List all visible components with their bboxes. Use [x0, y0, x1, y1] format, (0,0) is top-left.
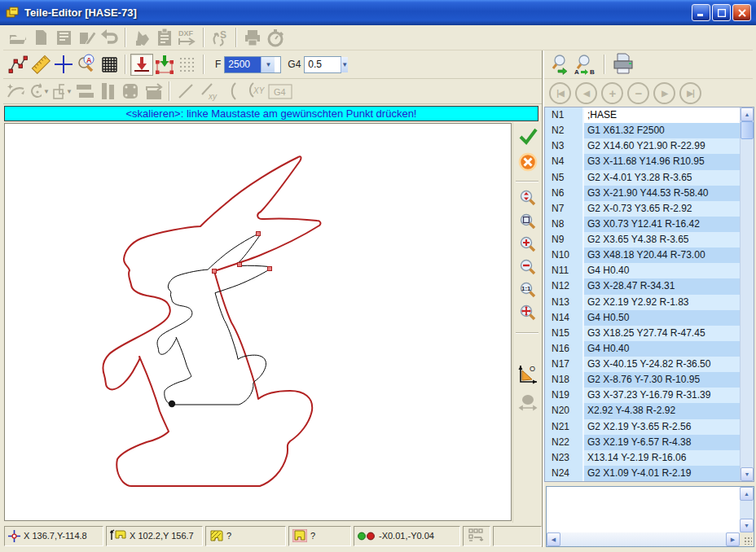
swap-axes-button[interactable]: S: [209, 27, 231, 49]
gcode-scrollbar[interactable]: ▲ ▼: [740, 107, 754, 481]
save-button[interactable]: [52, 27, 75, 49]
clipboard-button[interactable]: [153, 27, 176, 49]
gcode-line-text[interactable]: G1 X61.32 F2500: [584, 123, 740, 138]
gcode-line-text[interactable]: G3 X-28.47 R-34.31: [584, 278, 740, 294]
gcode-row[interactable]: N17 G3 X-40.15 Y-24.82 R-36.50: [545, 357, 740, 372]
gcode-row[interactable]: N10 G3 X48.18 Y20.44 R-73.00: [545, 248, 740, 263]
gcode-line-text[interactable]: X13.14 Y-2.19 R-16.06: [584, 450, 740, 466]
gcode-row[interactable]: N12 G3 X-28.47 R-34.31: [545, 278, 740, 294]
gcode-line-text[interactable]: G3 X-21.90 Y44.53 R-58.40: [584, 186, 740, 201]
outer-contour-scaled[interactable]: [103, 156, 320, 486]
gcode-line-text[interactable]: G2 X-8.76 Y-7.30 R-10.95: [584, 372, 740, 388]
line-xy-tool-button[interactable]: xy: [197, 81, 220, 103]
grid-button[interactable]: [98, 54, 121, 76]
drawing-canvas[interactable]: [4, 123, 512, 521]
gcode-row[interactable]: N24 G2 X1.09 Y-4.01 R-2.19: [545, 466, 740, 481]
undo-button[interactable]: [98, 27, 121, 49]
zoom-auto-button[interactable]: A: [75, 54, 98, 76]
rotate-button[interactable]: ▼: [28, 81, 51, 103]
comment-hscrollbar[interactable]: ◀ ▶: [547, 532, 740, 546]
gcode-row[interactable]: N9 G2 X3.65 Y4.38 R-3.65: [545, 232, 740, 248]
zoom-a-to-b-button[interactable]: AB: [572, 54, 600, 76]
gcode-line-text[interactable]: G2 X14.60 Y21.90 R-22.99: [584, 138, 740, 154]
gcode-row[interactable]: N6 G3 X-21.90 Y44.53 R-58.40: [545, 186, 740, 201]
touch-probe-button[interactable]: [130, 27, 153, 49]
save-as-button[interactable]: [75, 27, 98, 49]
round-corners-button[interactable]: [119, 81, 142, 103]
gcode-line-text[interactable]: G2 X-0.73 Y3.65 R-2.92: [584, 201, 740, 217]
gcode-line-text[interactable]: G3 X-40.15 Y-24.82 R-36.50: [584, 357, 740, 372]
gcode-row[interactable]: N22 G3 X2.19 Y-6.57 R-4.38: [545, 435, 740, 450]
zoom-pan-button[interactable]: [516, 302, 539, 324]
dwell-tool-button[interactable]: G4: [266, 81, 295, 103]
nav-remove-button[interactable]: −: [627, 82, 649, 104]
gcode-line-text[interactable]: G3 X0.73 Y12.41 R-16.42: [584, 217, 740, 232]
zoom-next-button[interactable]: [549, 54, 572, 76]
plot-button[interactable]: [241, 27, 264, 49]
gcode-row[interactable]: N20 X2.92 Y-4.38 R-2.92: [545, 403, 740, 418]
minimize-button[interactable]: [692, 4, 710, 21]
nav-next-button[interactable]: ▶: [653, 82, 675, 104]
gcode-line-text[interactable]: G4 H0.50: [584, 310, 740, 326]
zoom-out-button[interactable]: [516, 256, 539, 278]
new-file-button[interactable]: [29, 27, 52, 49]
gcode-row[interactable]: N16 G4 H0.40: [545, 341, 740, 357]
stopwatch-button[interactable]: [264, 27, 287, 49]
nav-add-button[interactable]: +: [601, 82, 623, 104]
scroll-up-icon[interactable]: ▲: [740, 487, 754, 501]
gcode-line-text[interactable]: G3 X-37.23 Y-16.79 R-31.39: [584, 388, 740, 403]
measure-width-button[interactable]: [516, 391, 539, 413]
scroll-thumb[interactable]: [741, 121, 754, 139]
gcode-line-text[interactable]: G2 X1.09 Y-4.01 R-2.19: [584, 466, 740, 481]
mirror-vertical-button[interactable]: [96, 81, 119, 103]
gcode-row[interactable]: N7 G2 X-0.73 Y3.65 R-2.92: [545, 201, 740, 217]
scroll-up-icon[interactable]: ▲: [741, 107, 754, 121]
scroll-track[interactable]: [741, 139, 754, 467]
gcode-line-text[interactable]: G2 X2.19 Y-3.65 R-2.56: [584, 419, 740, 435]
gcode-line-text[interactable]: G3 X2.19 Y-6.57 R-4.38: [584, 435, 740, 450]
maximize-button[interactable]: [712, 4, 731, 21]
dot-grid-button[interactable]: [176, 54, 199, 76]
dropdown-arrow-icon[interactable]: ▼: [341, 57, 348, 72]
selection-handle[interactable]: [238, 263, 242, 267]
place-contour-button[interactable]: [153, 54, 176, 76]
gcode-line-text[interactable]: ;HASE: [584, 107, 740, 123]
gcode-row[interactable]: N15 G3 X18.25 Y27.74 R-47.45: [545, 326, 740, 341]
arc-tool-button[interactable]: [220, 81, 243, 103]
scale-button[interactable]: ▼: [51, 81, 73, 103]
dxf-export-button[interactable]: DXF: [176, 27, 199, 49]
gcode-row[interactable]: N8 G3 X0.73 Y12.41 R-16.42: [545, 217, 740, 232]
comment-text-area[interactable]: [547, 487, 740, 532]
gcode-row[interactable]: N4 G3 X-11.68 Y14.96 R10.95: [545, 154, 740, 169]
arc-xy-tool-button[interactable]: XY: [243, 81, 266, 103]
gcode-line-text[interactable]: G4 H0.40: [584, 263, 740, 278]
feed-combobox[interactable]: 2500 ▼: [224, 56, 281, 73]
selection-handle[interactable]: [213, 269, 217, 274]
set-startpoint-button[interactable]: [130, 54, 153, 76]
close-button[interactable]: [732, 4, 751, 21]
angle-origin-button[interactable]: O: [516, 363, 539, 385]
crosshair-button[interactable]: [52, 54, 75, 76]
scale-reference-point[interactable]: [169, 401, 175, 407]
scroll-left-icon[interactable]: ◀: [547, 532, 560, 546]
gcode-row[interactable]: N18 G2 X-8.76 Y-7.30 R-10.95: [545, 372, 740, 388]
gcode-line-text[interactable]: G2 X-4.01 Y3.28 R-3.65: [584, 170, 740, 186]
panel-splitter[interactable]: [542, 50, 544, 547]
zoom-one-to-one-button[interactable]: 1:1: [516, 279, 539, 301]
gcode-row[interactable]: N2 G1 X61.32 F2500: [545, 123, 740, 138]
scroll-down-icon[interactable]: ▼: [740, 519, 754, 532]
polyline-points-button[interactable]: [7, 54, 29, 76]
gcode-row[interactable]: N13 G2 X2.19 Y2.92 R-1.83: [545, 295, 740, 310]
scroll-track[interactable]: [740, 501, 754, 519]
nav-last-button[interactable]: ▶|: [679, 82, 701, 104]
selection-handle[interactable]: [268, 267, 272, 271]
dropdown-arrow-icon[interactable]: ▼: [261, 57, 275, 72]
gcode-line-text[interactable]: X2.92 Y-4.38 R-2.92: [584, 403, 740, 418]
gcode-line-text[interactable]: G3 X48.18 Y20.44 R-73.00: [584, 248, 740, 263]
gcode-line-text[interactable]: G2 X3.65 Y4.38 R-3.65: [584, 232, 740, 248]
edit-curve-button[interactable]: [5, 81, 28, 103]
measure-ruler-button[interactable]: [29, 54, 52, 76]
gcode-row[interactable]: N1 ;HASE: [545, 107, 740, 123]
confirm-button[interactable]: [516, 125, 539, 147]
gcode-row[interactable]: N3 G2 X14.60 Y21.90 R-22.99: [545, 138, 740, 154]
